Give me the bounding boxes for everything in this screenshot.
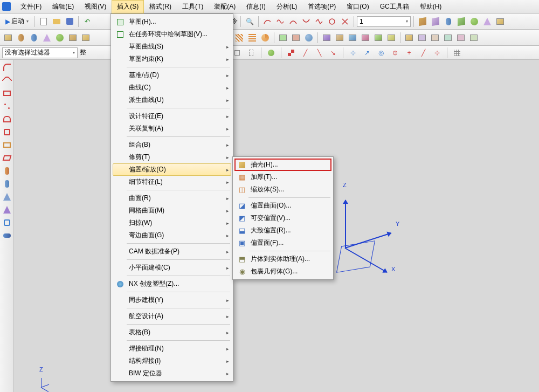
box2-icon[interactable] [430, 16, 441, 27]
snap8-icon[interactable]: ⊙ [389, 47, 401, 59]
menu-item-弯边曲面G[interactable]: 弯边曲面(G)▸ [113, 229, 231, 242]
surf6-icon[interactable] [385, 32, 397, 44]
spline1-icon[interactable] [261, 16, 273, 27]
submenu-item-offset-face[interactable]: ▣偏置面(F)... [234, 237, 331, 249]
menu-view[interactable]: 视图(V) [79, 0, 112, 13]
submenu-item-shell[interactable]: 抽壳(H)... [234, 159, 331, 171]
snap7-icon[interactable]: ◎ [375, 47, 387, 59]
lt-curve1-icon[interactable] [2, 62, 12, 73]
spline2-icon[interactable] [274, 16, 286, 27]
surf5-icon[interactable] [372, 32, 384, 44]
menu-gc-toolbox[interactable]: GC工具箱 [375, 0, 414, 13]
menu-item-焊接助理N[interactable]: 焊接助理(N)▸ [113, 342, 231, 355]
cone2-icon[interactable] [41, 32, 53, 44]
snap5-icon[interactable]: ⊹ [347, 47, 359, 59]
boss-icon[interactable] [80, 32, 92, 44]
menu-item-小平面建模C[interactable]: 小平面建模(C)▸ [113, 262, 231, 274]
menu-item-偏置-缩放O[interactable]: 偏置/缩放(O)▸ [113, 163, 231, 176]
intersect-icon[interactable] [303, 32, 315, 44]
revolve-icon[interactable] [15, 32, 27, 44]
menu-item-设计特征E[interactable]: 设计特征(E)▸ [113, 110, 231, 122]
submenu-item-scale[interactable]: ◫缩放体(S)... [234, 183, 331, 196]
menu-assembly[interactable]: 装配(A) [209, 0, 241, 13]
undo-icon[interactable]: ↶ [81, 16, 93, 27]
lt-cyl-icon[interactable] [2, 166, 12, 176]
lt-shape1-icon[interactable] [2, 114, 12, 125]
menu-item-草图约束K[interactable]: 草图约束(K)▸ [113, 53, 231, 65]
lt-shape3-icon[interactable] [2, 140, 12, 150]
coordinate-system[interactable]: Z Y X [334, 189, 399, 276]
menu-format[interactable]: 格式(R) [144, 0, 177, 13]
snap9-icon[interactable]: + [403, 47, 415, 59]
box4-icon[interactable] [494, 16, 506, 27]
menu-tools[interactable]: 工具(T) [177, 0, 209, 13]
snap1-icon[interactable] [285, 47, 297, 59]
menu-item-表格B[interactable]: 表格(B)▸ [113, 326, 231, 339]
surf2-icon[interactable] [334, 32, 345, 44]
pattern3-icon[interactable] [259, 32, 271, 44]
menu-edit[interactable]: 编辑(E) [47, 0, 79, 13]
menu-item-NX 创意塑型Z[interactable]: NX 创意塑型(Z)... [113, 278, 231, 290]
menu-item-扫掠W[interactable]: 扫掠(W)▸ [113, 217, 231, 229]
menu-file[interactable]: 文件(F) [15, 0, 47, 13]
launch-button[interactable]: ▶启动▾ [2, 17, 32, 26]
new-icon[interactable] [38, 16, 50, 27]
lt-cone2-icon[interactable] [2, 204, 12, 215]
sel3-icon[interactable] [265, 47, 277, 59]
menu-item-结构焊接I[interactable]: 结构焊接(I)▸ [113, 355, 231, 367]
lt-shape4-icon[interactable] [2, 153, 12, 163]
menu-item-细节特征L[interactable]: 细节特征(L)▸ [113, 176, 231, 188]
misc5-icon[interactable] [455, 32, 467, 44]
open-icon[interactable] [51, 16, 63, 27]
lt-cone-icon[interactable] [2, 191, 12, 202]
surf3-icon[interactable] [347, 32, 358, 44]
submenu-item-sheet-solid[interactable]: ⬒片体到实体助理(A)... [234, 253, 331, 265]
submenu-item-thicken[interactable]: ▦加厚(T)... [234, 171, 331, 183]
lt-tube-icon[interactable] [2, 230, 12, 241]
submenu-item-offset-surf[interactable]: ◪偏置曲面(O)... [234, 200, 331, 212]
misc3-icon[interactable] [429, 32, 441, 44]
lt-cyl2-icon[interactable] [2, 178, 12, 189]
snap2-icon[interactable]: ╱ [299, 47, 311, 59]
sel2-icon[interactable] [245, 47, 257, 59]
snap11-icon[interactable]: ⊹ [431, 47, 443, 59]
spline5-icon[interactable] [313, 16, 325, 27]
hole-icon[interactable] [67, 32, 79, 44]
cyl-icon[interactable] [443, 16, 454, 27]
menu-item-基准-点D[interactable]: 基准/点(D)▸ [113, 69, 231, 81]
snap4-icon[interactable]: ↘ [327, 47, 339, 59]
menu-insert[interactable]: 插入(S) [112, 0, 144, 13]
toolbar-num-dropdown[interactable]: 1▾ [357, 16, 411, 27]
cone-icon[interactable] [481, 16, 493, 27]
misc1-icon[interactable] [403, 32, 415, 44]
unite-icon[interactable] [277, 32, 289, 44]
snap3-icon[interactable]: ╲ [313, 47, 325, 59]
spline3-icon[interactable] [287, 16, 299, 27]
snap10-icon[interactable]: ╱ [417, 47, 429, 59]
menu-item-派生曲线U[interactable]: 派生曲线(U)▸ [113, 94, 231, 106]
menu-item-组合B[interactable]: 组合(B)▸ [113, 139, 231, 151]
menu-item-航空设计A[interactable]: 航空设计(A)▸ [113, 310, 231, 322]
surf4-icon[interactable] [360, 32, 371, 44]
save-icon[interactable] [64, 16, 75, 27]
menu-item-修剪T[interactable]: 修剪(T)▸ [113, 151, 231, 163]
spline4-icon[interactable] [300, 16, 312, 27]
menu-item-网格曲面M[interactable]: 网格曲面(M)▸ [113, 204, 231, 217]
lt-shape2-icon[interactable] [2, 127, 12, 137]
menu-analysis[interactable]: 分析(L) [271, 0, 303, 13]
menu-help[interactable]: 帮助(H) [414, 0, 447, 13]
pattern1-icon[interactable] [233, 32, 245, 44]
submenu-item-rough-offset[interactable]: ⬓大致偏置(R)... [234, 224, 331, 237]
grid-icon[interactable] [451, 47, 463, 59]
surf1-icon[interactable] [321, 32, 333, 44]
snap6-icon[interactable]: ↗ [361, 47, 373, 59]
menu-item-在任务环境中绘制草图V[interactable]: 在任务环境中绘制草图(V)... [113, 28, 231, 40]
lt-dots-icon[interactable] [2, 101, 12, 112]
misc6-icon[interactable] [468, 32, 480, 44]
menu-item-草图H[interactable]: 草图(H)... [113, 16, 231, 28]
menu-item-曲面R[interactable]: 曲面(R)▸ [113, 192, 231, 204]
menu-item-CAM 数据准备P[interactable]: CAM 数据准备(P)▸ [113, 245, 231, 258]
box-icon[interactable] [417, 16, 429, 27]
submenu-item-var-offset[interactable]: ◩可变偏置(V)... [234, 212, 331, 224]
misc4-icon[interactable] [442, 32, 454, 44]
